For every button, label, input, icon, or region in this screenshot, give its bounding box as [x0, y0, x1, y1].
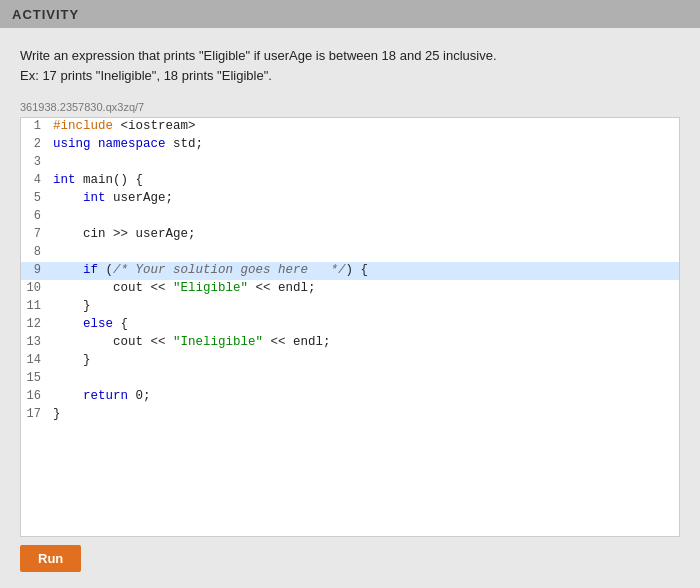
line-number: 7 — [21, 226, 49, 244]
code-line — [49, 208, 679, 226]
code-line: } — [49, 352, 679, 370]
code-editor[interactable]: 1 #include <iostream> 2 using namespace … — [20, 117, 680, 537]
line-number: 13 — [21, 334, 49, 352]
table-row: 9 if (/* Your solution goes here */) { — [21, 262, 679, 280]
code-line: return 0; — [49, 388, 679, 406]
table-row: 10 cout << "Eligible" << endl; — [21, 280, 679, 298]
line-number: 8 — [21, 244, 49, 262]
instruction-line2: Ex: 17 prints "Ineligible", 18 prints "E… — [20, 68, 272, 83]
code-line: int main() { — [49, 172, 679, 190]
code-line: using namespace std; — [49, 136, 679, 154]
line-number: 3 — [21, 154, 49, 172]
table-row: 7 cin >> userAge; — [21, 226, 679, 244]
table-row: 1 #include <iostream> — [21, 118, 679, 136]
main-content: Write an expression that prints "Eligibl… — [0, 28, 700, 588]
file-id: 361938.2357830.qx3zq/7 — [20, 101, 680, 113]
table-row: 11 } — [21, 298, 679, 316]
table-row: 3 — [21, 154, 679, 172]
table-row: 17 } — [21, 406, 679, 424]
line-number: 15 — [21, 370, 49, 388]
code-line: } — [49, 406, 679, 424]
instruction-text: Write an expression that prints "Eligibl… — [20, 46, 680, 85]
header-title: ACTIVITY — [12, 7, 79, 22]
line-number: 9 — [21, 262, 49, 280]
code-line: } — [49, 298, 679, 316]
line-number: 17 — [21, 406, 49, 424]
table-row: 8 — [21, 244, 679, 262]
code-line — [49, 154, 679, 172]
line-number: 2 — [21, 136, 49, 154]
line-number: 4 — [21, 172, 49, 190]
table-row: 5 int userAge; — [21, 190, 679, 208]
line-number: 5 — [21, 190, 49, 208]
table-row: 12 else { — [21, 316, 679, 334]
line-number: 11 — [21, 298, 49, 316]
code-table: 1 #include <iostream> 2 using namespace … — [21, 118, 679, 424]
code-line: cout << "Eligible" << endl; — [49, 280, 679, 298]
run-button-area: Run — [20, 537, 680, 578]
line-number: 6 — [21, 208, 49, 226]
line-number: 1 — [21, 118, 49, 136]
line-number: 10 — [21, 280, 49, 298]
page-container: ACTIVITY Write an expression that prints… — [0, 0, 700, 588]
run-button[interactable]: Run — [20, 545, 81, 572]
line-number: 12 — [21, 316, 49, 334]
table-row: 14 } — [21, 352, 679, 370]
code-line: int userAge; — [49, 190, 679, 208]
table-row: 2 using namespace std; — [21, 136, 679, 154]
code-line: if (/* Your solution goes here */) { — [49, 262, 679, 280]
code-line — [49, 244, 679, 262]
table-row: 4 int main() { — [21, 172, 679, 190]
instruction-line1: Write an expression that prints "Eligibl… — [20, 48, 497, 63]
header-bar: ACTIVITY — [0, 0, 700, 28]
code-line: else { — [49, 316, 679, 334]
table-row: 6 — [21, 208, 679, 226]
code-line: cin >> userAge; — [49, 226, 679, 244]
table-row: 16 return 0; — [21, 388, 679, 406]
code-line — [49, 370, 679, 388]
code-line: cout << "Ineligible" << endl; — [49, 334, 679, 352]
line-number: 16 — [21, 388, 49, 406]
code-line: #include <iostream> — [49, 118, 679, 136]
line-number: 14 — [21, 352, 49, 370]
table-row: 15 — [21, 370, 679, 388]
table-row: 13 cout << "Ineligible" << endl; — [21, 334, 679, 352]
